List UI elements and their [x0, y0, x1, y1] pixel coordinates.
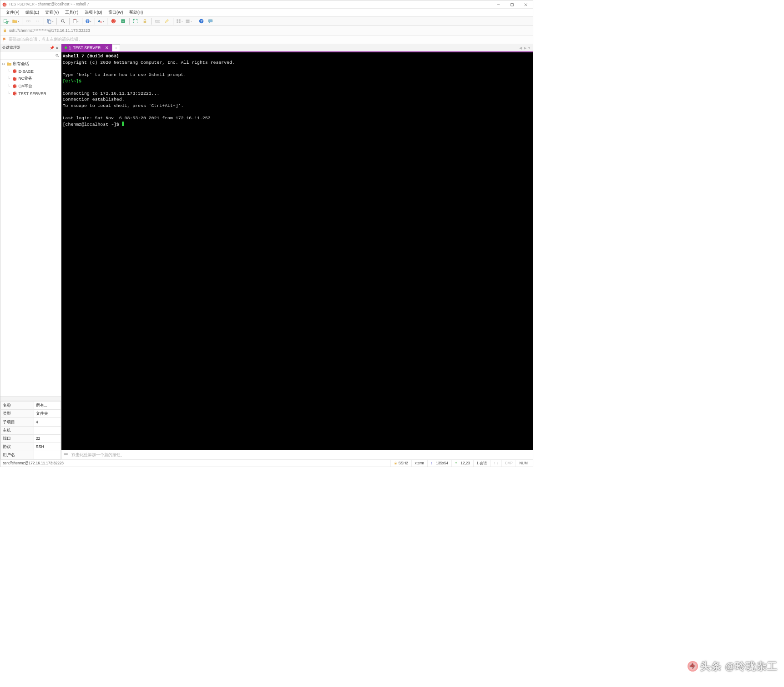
tab-nav: ◀ ▶ ▾: [517, 44, 533, 51]
xagent-button[interactable]: [110, 17, 118, 25]
properties-grid: 名称所有... 类型文件夹 子项目4 主机 端口22 协议SSH 用户名: [0, 397, 61, 459]
tab-test-server[interactable]: 1 TEST-SERVER ✕: [61, 44, 112, 51]
session-icon: [12, 69, 17, 74]
tree-item[interactable]: └TEST-SERVER: [0, 90, 61, 97]
fullscreen-button[interactable]: [132, 17, 140, 25]
lock-button[interactable]: [141, 17, 149, 25]
tab-prev-icon[interactable]: ◀: [519, 46, 522, 50]
toolbar: ▾ ▾ ▾ ▾ ▾ AA▾ ▾ ▾ ?: [0, 17, 533, 26]
session-icon: [12, 84, 17, 89]
status-dot-icon: [65, 46, 67, 49]
add-tab-button[interactable]: ＋: [112, 44, 120, 51]
menu-icon[interactable]: [64, 453, 68, 457]
panel-close-icon[interactable]: ✕: [55, 46, 59, 50]
status-bar: ssh://chenmz@172.16.11.173:32223 SSH2 xt…: [0, 459, 533, 467]
titlebar: TEST-SERVER - chenmz@localhost:~ - Xshel…: [0, 0, 533, 9]
lock-icon: [3, 28, 7, 33]
hint-text: 要添加当前会话，点击左侧的箭头按钮。: [9, 36, 82, 42]
tab-bar: 1 TEST-SERVER ✕ ＋ ◀ ▶ ▾: [61, 44, 533, 52]
tree-item[interactable]: └OA平台: [0, 82, 61, 90]
close-button[interactable]: [519, 0, 533, 9]
session-search: [0, 51, 61, 60]
highlight-button[interactable]: [163, 17, 171, 25]
svg-text:A: A: [100, 20, 102, 23]
svg-rect-16: [144, 21, 146, 23]
cursor-icon: [122, 122, 124, 126]
session-tree: ⊟ 所有会话 └E-SAGE └NC业务 └OA平台 └TEST-SERVER: [0, 60, 61, 397]
content-area: 1 TEST-SERVER ✕ ＋ ◀ ▶ ▾ Xshell 7 (Build …: [61, 44, 533, 459]
svg-text:?: ?: [200, 19, 202, 23]
collapse-icon[interactable]: ⊟: [2, 62, 5, 66]
status-arrows: ↑ ↓: [490, 460, 501, 467]
svg-rect-17: [155, 20, 160, 23]
svg-point-27: [56, 54, 58, 56]
quickbar[interactable]: 双击此处添加一个新的按钮。: [61, 450, 533, 459]
svg-point-5: [28, 20, 30, 22]
menu-tools[interactable]: 工具(T): [62, 9, 81, 16]
reconnect-button[interactable]: [24, 17, 32, 25]
minimize-button[interactable]: [492, 0, 506, 9]
address-text: ssh://chenmz:*********@172.16.11.173:322…: [9, 28, 90, 33]
svg-rect-21: [179, 21, 180, 23]
tile-button[interactable]: ▾: [185, 17, 193, 25]
copy-button[interactable]: ▾: [46, 17, 55, 25]
svg-rect-1: [511, 3, 513, 5]
address-bar[interactable]: ssh://chenmz:*********@172.16.11.173:322…: [0, 26, 533, 35]
session-manager: 会话管理器 📌 ✕ ⊟ 所有会话 └E-SAGE └NC业务 └OA平台: [0, 44, 61, 459]
layout-button[interactable]: ▾: [175, 17, 183, 25]
new-session-button[interactable]: ▾: [2, 17, 10, 25]
status-sessions: 1 会话: [473, 460, 490, 467]
session-icon: [12, 91, 17, 96]
status-path: ssh://chenmz@172.16.11.173:32223: [2, 460, 390, 467]
disconnect-button[interactable]: [34, 17, 42, 25]
status-protocol: SSH2: [390, 460, 411, 467]
status-termtype: xterm: [411, 460, 427, 467]
menubar: 文件(F) 编辑(E) 查看(V) 工具(T) 选项卡(B) 窗口(W) 帮助(…: [0, 9, 533, 17]
svg-rect-19: [179, 20, 180, 21]
keyboard-button[interactable]: [153, 17, 162, 25]
tab-next-icon[interactable]: ▶: [524, 46, 526, 50]
search-icon[interactable]: [54, 53, 61, 58]
svg-rect-20: [177, 21, 178, 23]
maximize-button[interactable]: [506, 0, 519, 9]
menu-tabs[interactable]: 选项卡(B): [81, 9, 105, 16]
open-session-button[interactable]: ▾: [11, 17, 20, 25]
svg-point-4: [26, 20, 28, 22]
tab-close-icon[interactable]: ✕: [105, 46, 109, 50]
tree-item[interactable]: └E-SAGE: [0, 68, 61, 75]
tree-root[interactable]: ⊟ 所有会话: [0, 60, 61, 67]
menu-help[interactable]: 帮助(H): [126, 9, 146, 16]
window-title: TEST-SERVER - chenmz@localhost:~ - Xshel…: [9, 2, 89, 6]
tab-menu-icon[interactable]: ▾: [528, 46, 530, 50]
terminal[interactable]: Xshell 7 (Build 0063) Copyright (c) 2020…: [61, 52, 533, 450]
paste-button[interactable]: ▾: [71, 17, 80, 25]
svg-rect-7: [49, 20, 51, 24]
globe-button[interactable]: ▾: [84, 17, 92, 25]
session-search-input[interactable]: [0, 51, 54, 59]
svg-point-8: [61, 20, 64, 22]
font-button[interactable]: AA▾: [97, 17, 105, 25]
status-size: ↕ 135x54: [427, 460, 451, 467]
svg-rect-10: [74, 19, 76, 20]
session-icon: [12, 76, 17, 81]
status-rowcol: ⌖ 12,23: [451, 460, 473, 467]
svg-rect-26: [4, 31, 6, 32]
xftp-button[interactable]: [119, 17, 127, 25]
help-button[interactable]: ?: [197, 17, 206, 25]
svg-rect-23: [186, 21, 190, 23]
chat-button[interactable]: [207, 17, 215, 25]
menu-view[interactable]: 查看(V): [42, 9, 62, 16]
status-cap: CAP: [501, 460, 516, 467]
lock-icon: [394, 462, 397, 465]
menu-file[interactable]: 文件(F): [3, 9, 22, 16]
status-num: NUM: [516, 460, 531, 467]
svg-rect-32: [395, 463, 396, 464]
pin-icon[interactable]: 📌: [50, 46, 54, 50]
tree-item[interactable]: └NC业务: [0, 75, 61, 82]
quickbar-hint: 双击此处添加一个新的按钮。: [71, 452, 125, 458]
menu-window[interactable]: 窗口(W): [105, 9, 126, 16]
svg-rect-22: [186, 20, 190, 21]
find-button[interactable]: [59, 17, 67, 25]
menu-edit[interactable]: 编辑(E): [22, 9, 42, 16]
app-icon: [2, 2, 7, 7]
